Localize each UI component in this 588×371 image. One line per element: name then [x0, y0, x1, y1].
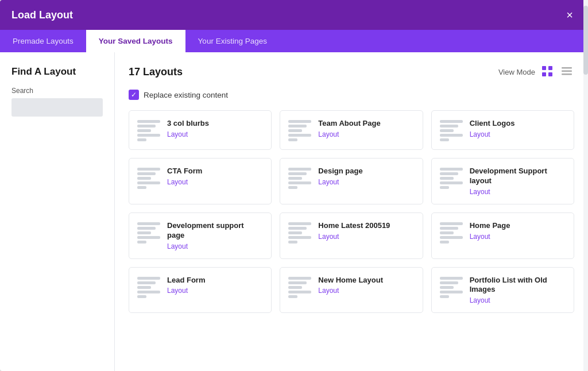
modal-header: Load Layout × — [0, 0, 588, 30]
svg-rect-6 — [562, 74, 572, 75]
close-button[interactable]: × — [563, 8, 577, 22]
replace-label: Replace existing content — [144, 91, 228, 99]
layout-name: Client Logos — [470, 119, 566, 129]
layout-card[interactable]: Design page Layout — [280, 158, 423, 204]
layout-thumbnail — [440, 167, 463, 189]
layout-thumbnail — [440, 119, 463, 141]
layout-thumbnail — [288, 276, 311, 298]
list-view-button[interactable] — [559, 64, 574, 80]
layout-info: Home Latest 200519 Layout — [318, 221, 414, 241]
layout-thumbnail — [137, 119, 160, 141]
sidebar-title: Find A Layout — [11, 66, 103, 78]
layout-thumbnail — [137, 167, 160, 189]
tab-existing[interactable]: Your Existing Pages — [185, 30, 280, 52]
layout-type: Layout — [470, 296, 566, 304]
grid-view-button[interactable] — [540, 64, 555, 80]
scrollbar-track[interactable] — [583, 52, 588, 371]
layout-type: Layout — [167, 242, 263, 250]
layout-info: Lead Form Layout — [167, 276, 263, 295]
layout-info: 3 col blurbs Layout — [167, 119, 263, 138]
layout-info: Design page Layout — [318, 167, 414, 186]
layout-info: CTA Form Layout — [167, 167, 263, 186]
layout-name: New Home Layout — [318, 276, 414, 285]
layout-thumbnail — [137, 276, 160, 298]
layout-info: Team About Page Layout — [318, 119, 414, 138]
scrollbar-thumb[interactable] — [583, 52, 588, 75]
view-mode-area: View Mode — [498, 64, 574, 80]
layout-card[interactable]: Portfolio List with Old Images Layout — [431, 267, 574, 314]
layouts-count: 17 Layouts — [129, 66, 183, 78]
load-layout-modal: Load Layout × Premade Layouts Your Saved… — [0, 0, 588, 371]
layout-thumbnail — [440, 276, 463, 298]
svg-rect-0 — [542, 66, 546, 70]
sidebar: Find A Layout Search — [0, 52, 115, 371]
layout-name: Team About Page — [318, 119, 414, 129]
layout-card[interactable]: Development support page Layout — [129, 212, 272, 259]
layout-type: Layout — [167, 130, 263, 138]
replace-row: ✓ Replace existing content — [129, 90, 574, 100]
layout-info: Portfolio List with Old Images Layout — [470, 276, 566, 305]
svg-rect-1 — [548, 66, 552, 70]
search-label: Search — [11, 87, 103, 95]
layout-name: Development Support layout — [470, 167, 566, 186]
layout-thumbnail — [288, 221, 311, 244]
layout-info: New Home Layout Layout — [318, 276, 414, 295]
tab-bar: Premade Layouts Your Saved Layouts Your … — [0, 30, 588, 52]
layout-card[interactable]: Development Support layout Layout — [431, 158, 574, 204]
layout-name: Development support page — [167, 221, 263, 241]
layout-info: Development Support layout Layout — [470, 167, 566, 196]
layout-info: Client Logos Layout — [470, 119, 566, 138]
main-header: 17 Layouts View Mode — [129, 64, 574, 80]
layout-name: Portfolio List with Old Images — [470, 276, 566, 295]
modal-body: Find A Layout Search 17 Layouts View Mod… — [0, 52, 588, 371]
layout-thumbnail — [440, 221, 463, 244]
layout-name: Lead Form — [167, 276, 263, 285]
layout-card[interactable]: CTA Form Layout — [129, 158, 272, 204]
layout-type: Layout — [167, 287, 263, 295]
view-mode-label: View Mode — [498, 68, 535, 76]
layout-name: Home Page — [470, 221, 566, 231]
layout-name: Home Latest 200519 — [318, 221, 414, 231]
grid-icon — [541, 65, 553, 77]
layout-thumbnail — [137, 221, 160, 244]
layout-type: Layout — [470, 130, 566, 138]
layout-type: Layout — [318, 130, 414, 138]
svg-rect-5 — [562, 71, 572, 72]
layout-card[interactable]: Team About Page Layout — [280, 110, 423, 150]
tab-saved[interactable]: Your Saved Layouts — [86, 30, 185, 52]
layout-card[interactable]: Home Page Layout — [431, 212, 574, 259]
layout-info: Home Page Layout — [470, 221, 566, 241]
layout-card[interactable]: Lead Form Layout — [129, 267, 272, 314]
replace-checkbox[interactable]: ✓ — [129, 90, 139, 100]
search-input[interactable] — [11, 98, 103, 117]
tab-premade[interactable]: Premade Layouts — [0, 30, 86, 52]
svg-rect-3 — [548, 72, 552, 76]
layouts-grid: 3 col blurbs Layout Team About Page — [129, 110, 574, 313]
main-content: 17 Layouts View Mode — [115, 52, 588, 371]
layout-name: Design page — [318, 167, 414, 176]
layout-type: Layout — [167, 178, 263, 186]
layout-type: Layout — [318, 287, 414, 295]
svg-rect-2 — [542, 72, 546, 76]
layout-card[interactable]: 3 col blurbs Layout — [129, 110, 272, 150]
layout-thumbnail — [288, 167, 311, 189]
layout-type: Layout — [470, 188, 566, 196]
layout-thumbnail — [288, 119, 311, 141]
layout-type: Layout — [318, 233, 414, 241]
layout-name: CTA Form — [167, 167, 263, 176]
layout-card[interactable]: Client Logos Layout — [431, 110, 574, 150]
layout-type: Layout — [470, 233, 566, 241]
list-icon — [561, 65, 572, 77]
layout-name: 3 col blurbs — [167, 119, 263, 129]
layout-card[interactable]: Home Latest 200519 Layout — [280, 212, 423, 259]
layout-info: Development support page Layout — [167, 221, 263, 250]
svg-rect-4 — [562, 67, 572, 69]
layout-card[interactable]: New Home Layout Layout — [280, 267, 423, 314]
modal-title: Load Layout — [11, 9, 73, 21]
layout-type: Layout — [318, 178, 414, 186]
